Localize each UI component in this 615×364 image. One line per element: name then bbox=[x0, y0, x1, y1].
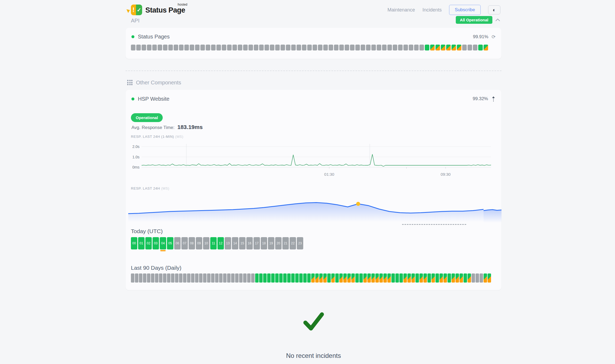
hour-block-00[interactable]: 00 bbox=[131, 237, 137, 249]
uptime-bar[interactable] bbox=[468, 273, 471, 283]
uptime-bar[interactable] bbox=[239, 273, 243, 283]
uptime-bar[interactable] bbox=[248, 45, 253, 50]
uptime-bar[interactable] bbox=[195, 273, 198, 283]
uptime-bar[interactable] bbox=[423, 273, 427, 283]
hour-block-03[interactable]: 03 bbox=[153, 237, 159, 249]
uptime-bar[interactable] bbox=[307, 273, 311, 283]
uptime-bar[interactable] bbox=[407, 273, 411, 283]
all-operational-badge[interactable]: All Operational bbox=[456, 16, 492, 24]
uptime-bar[interactable] bbox=[456, 273, 459, 283]
uptime-bar[interactable] bbox=[398, 45, 403, 50]
uptime-bar[interactable] bbox=[251, 273, 255, 283]
uptime-bar[interactable] bbox=[151, 273, 154, 283]
uptime-bar[interactable] bbox=[275, 273, 279, 283]
hour-block-22[interactable]: 22 bbox=[290, 237, 296, 249]
uptime-bar[interactable] bbox=[264, 45, 269, 50]
uptime-bar[interactable] bbox=[351, 273, 355, 283]
uptime-bar[interactable] bbox=[393, 45, 397, 50]
scroll-top-icon[interactable] bbox=[491, 96, 496, 102]
uptime-bar[interactable] bbox=[158, 45, 162, 50]
uptime-bar[interactable] bbox=[409, 45, 413, 50]
uptime-bar[interactable] bbox=[163, 45, 168, 50]
uptime-bar[interactable] bbox=[361, 45, 365, 50]
hour-block-19[interactable]: 19 bbox=[268, 237, 274, 249]
hour-block-01[interactable]: 01 bbox=[138, 237, 145, 249]
uptime-bar[interactable] bbox=[419, 273, 423, 283]
uptime-bar[interactable] bbox=[315, 273, 319, 283]
uptime-bar[interactable] bbox=[427, 273, 431, 283]
uptime-bar[interactable] bbox=[191, 273, 194, 283]
chevron-up-icon[interactable] bbox=[495, 18, 500, 22]
uptime-bar[interactable] bbox=[255, 273, 259, 283]
uptime-bar[interactable] bbox=[419, 45, 424, 50]
uptime-bar[interactable] bbox=[163, 273, 166, 283]
uptime-bar[interactable] bbox=[139, 273, 142, 283]
uptime-bar[interactable] bbox=[339, 45, 344, 50]
uptime-bar[interactable] bbox=[411, 273, 415, 283]
uptime-bar[interactable] bbox=[287, 273, 291, 283]
uptime-bar[interactable] bbox=[327, 273, 331, 283]
uptime-bar[interactable] bbox=[243, 45, 248, 50]
uptime-bar[interactable] bbox=[399, 273, 403, 283]
uptime-bar[interactable] bbox=[215, 273, 219, 283]
uptime-bar[interactable] bbox=[238, 45, 242, 50]
uptime-bar[interactable] bbox=[232, 45, 237, 50]
uptime-bar[interactable] bbox=[199, 273, 203, 283]
uptime-bar[interactable] bbox=[431, 273, 435, 283]
uptime-bar[interactable] bbox=[203, 273, 207, 283]
hour-block-05[interactable]: 05 bbox=[167, 237, 173, 249]
uptime-bar[interactable] bbox=[347, 273, 351, 283]
uptime-bar[interactable] bbox=[131, 273, 134, 283]
hour-block-04[interactable]: 04 bbox=[160, 237, 166, 249]
uptime-bar[interactable] bbox=[343, 273, 347, 283]
hour-block-18[interactable]: 18 bbox=[261, 237, 267, 249]
nav-maintenance[interactable]: Maintenance bbox=[387, 7, 415, 13]
uptime-bar[interactable] bbox=[142, 45, 146, 50]
uptime-bar[interactable] bbox=[414, 45, 419, 50]
uptime-bar[interactable] bbox=[174, 45, 178, 50]
uptime-bar[interactable] bbox=[476, 273, 479, 283]
uptime-bar[interactable] bbox=[299, 273, 303, 283]
uptime-bar[interactable] bbox=[147, 273, 150, 283]
uptime-bar[interactable] bbox=[366, 45, 371, 50]
hour-block-11[interactable]: 11 bbox=[210, 237, 217, 249]
response-area-chart[interactable] bbox=[128, 193, 484, 224]
uptime-bar[interactable] bbox=[159, 273, 162, 283]
uptime-bar[interactable] bbox=[331, 273, 335, 283]
uptime-bar[interactable] bbox=[135, 273, 138, 283]
uptime-bar[interactable] bbox=[291, 45, 296, 50]
uptime-bar[interactable] bbox=[480, 273, 483, 283]
uptime-bar[interactable] bbox=[303, 273, 307, 283]
uptime-bar[interactable] bbox=[227, 273, 231, 283]
uptime-bar[interactable] bbox=[391, 273, 395, 283]
hour-block-13[interactable]: 13 bbox=[225, 237, 231, 249]
uptime-bar[interactable] bbox=[286, 45, 290, 50]
uptime-bar[interactable] bbox=[275, 45, 280, 50]
hour-block-17[interactable]: 17 bbox=[254, 237, 260, 249]
uptime-bar[interactable] bbox=[267, 273, 271, 283]
uptime-bar[interactable] bbox=[171, 273, 174, 283]
uptime-bar[interactable] bbox=[375, 273, 379, 283]
uptime-bar[interactable] bbox=[263, 273, 267, 283]
uptime-bar[interactable] bbox=[259, 273, 263, 283]
uptime-bar[interactable] bbox=[311, 273, 315, 283]
uptime-bar[interactable] bbox=[243, 273, 247, 283]
uptime-bar[interactable] bbox=[190, 45, 194, 50]
uptime-bar[interactable] bbox=[313, 45, 317, 50]
uptime-bar[interactable] bbox=[318, 45, 322, 50]
uptime-bar[interactable] bbox=[371, 45, 376, 50]
uptime-bar[interactable] bbox=[184, 45, 189, 50]
uptime-bar[interactable] bbox=[335, 273, 339, 283]
uptime-bar[interactable] bbox=[281, 45, 285, 50]
uptime-bar[interactable] bbox=[447, 273, 451, 283]
hour-block-15[interactable]: 15 bbox=[239, 237, 246, 249]
uptime-bar[interactable] bbox=[468, 45, 472, 50]
uptime-bar[interactable] bbox=[323, 273, 327, 283]
uptime-bar[interactable] bbox=[488, 273, 491, 283]
hour-block-12[interactable]: 12 bbox=[217, 237, 224, 249]
uptime-bar[interactable] bbox=[355, 45, 360, 50]
uptime-bar[interactable] bbox=[334, 45, 338, 50]
uptime-bar[interactable] bbox=[155, 273, 158, 283]
subscribe-button[interactable]: Subscribe bbox=[449, 5, 481, 15]
uptime-bar[interactable] bbox=[403, 273, 407, 283]
